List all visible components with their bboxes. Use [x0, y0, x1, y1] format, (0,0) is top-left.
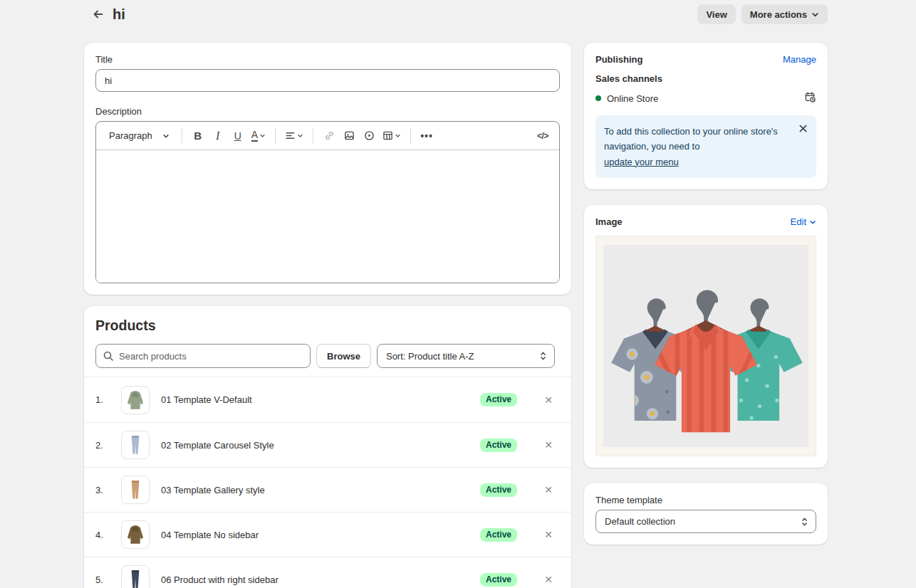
bold-button[interactable]: B: [189, 126, 207, 146]
remove-product-button[interactable]: ✕: [541, 572, 556, 587]
product-row: 2. 02 Template Carousel Style Active ✕: [84, 422, 571, 467]
product-list: 1. 01 Template V-Default Active ✕ 2. 02 …: [84, 377, 571, 588]
more-actions-label: More actions: [750, 9, 807, 20]
toolbar-divider: [313, 128, 313, 144]
select-chevrons-icon: [801, 517, 808, 527]
product-index: 3.: [95, 485, 110, 495]
chevron-down-icon: [395, 132, 401, 139]
sales-channels-heading: Sales channels: [595, 73, 816, 84]
chevron-down-icon: [162, 132, 170, 140]
show-html-button[interactable]: </>: [534, 126, 552, 146]
chevron-down-icon: [811, 11, 819, 19]
product-thumbnail: [121, 386, 150, 414]
select-chevrons-icon: [539, 351, 547, 361]
product-index: 1.: [95, 394, 110, 405]
toolbar-divider: [410, 128, 411, 144]
channel-name: Online Store: [607, 93, 804, 104]
header-actions: View More actions: [697, 4, 828, 24]
text-color-button[interactable]: A: [249, 126, 269, 146]
paragraph-style-dropdown[interactable]: Paragraph: [103, 126, 175, 146]
publishing-heading: Publishing: [595, 54, 642, 65]
banner-close-button[interactable]: [798, 124, 808, 135]
align-left-icon: [285, 130, 296, 141]
product-title: 06 Product with right sidebar: [161, 574, 480, 585]
sort-select-value: Sort: Product title A-Z: [386, 351, 474, 362]
main-content: Title Description Paragraph B I U: [0, 26, 916, 588]
remove-product-button[interactable]: ✕: [541, 393, 556, 407]
page-header: hi View More actions: [0, 0, 916, 26]
search-products-input[interactable]: [95, 344, 311, 368]
close-icon: [798, 124, 808, 133]
toolbar-divider: [182, 128, 182, 144]
link-icon: [324, 130, 335, 141]
description-editor: Paragraph B I U A: [95, 121, 560, 283]
title-input[interactable]: [95, 69, 560, 92]
calendar-clock-icon: [804, 91, 816, 103]
insert-image-button[interactable]: [340, 126, 358, 146]
play-circle-icon: [364, 130, 375, 141]
browse-button[interactable]: Browse: [316, 344, 371, 368]
italic-button[interactable]: I: [209, 126, 227, 146]
edit-image-button[interactable]: Edit: [791, 216, 816, 227]
underline-button[interactable]: U: [229, 126, 247, 146]
text-align-button[interactable]: [282, 126, 306, 146]
insert-link-button[interactable]: [320, 126, 338, 146]
product-title: 01 Template V-Default: [161, 394, 480, 405]
image-heading: Image: [595, 216, 623, 227]
product-title: 04 Template No sidebar: [161, 530, 480, 540]
product-row: 5. 06 Product with right sidebar Active …: [84, 557, 571, 588]
schedule-publish-button[interactable]: [804, 91, 816, 105]
insert-table-button[interactable]: [380, 126, 404, 146]
sort-select[interactable]: Sort: Product title A-Z: [377, 344, 555, 368]
image-card: Image Edit: [584, 205, 828, 468]
theme-template-select[interactable]: Default collection: [595, 510, 816, 533]
collection-image[interactable]: [595, 236, 816, 456]
description-textarea[interactable]: [96, 150, 559, 283]
back-button[interactable]: [88, 4, 108, 24]
product-row: 4. 04 Template No sidebar Active ✕: [84, 512, 571, 557]
products-heading: Products: [95, 317, 560, 334]
chevron-down-icon: [297, 132, 303, 139]
navigation-info-banner: To add this collection to your online st…: [595, 115, 816, 178]
product-index: 4.: [95, 530, 110, 540]
search-products-field: [95, 344, 311, 368]
table-icon: [382, 130, 393, 141]
theme-template-card: Theme template Default collection: [584, 483, 828, 545]
ellipsis-icon: •••: [420, 130, 433, 142]
channel-status-dot: [595, 95, 601, 101]
code-icon: </>: [537, 131, 548, 141]
product-title: 02 Template Carousel Style: [161, 440, 480, 451]
product-thumbnail: [121, 520, 150, 549]
page-title: hi: [113, 6, 125, 23]
view-button-label: View: [706, 9, 727, 20]
products-card: Products Browse Sort: Product title A-Z: [84, 306, 571, 588]
product-index: 5.: [95, 574, 110, 585]
status-badge: Active: [480, 393, 517, 406]
left-column: Title Description Paragraph B I U: [84, 43, 571, 588]
status-badge: Active: [480, 573, 517, 587]
toolbar-divider: [275, 128, 276, 144]
title-label: Title: [95, 54, 560, 65]
arrow-left-icon: [92, 8, 105, 21]
product-thumbnail: [121, 565, 150, 588]
product-row: 1. 01 Template V-Default Active ✕: [84, 377, 571, 422]
update-menu-link[interactable]: update your menu: [604, 157, 679, 167]
title-description-card: Title Description Paragraph B I U: [84, 43, 571, 295]
remove-product-button[interactable]: ✕: [541, 438, 556, 452]
shirts-illustration: [603, 245, 808, 447]
description-label: Description: [95, 106, 560, 117]
view-button[interactable]: View: [697, 4, 735, 24]
product-index: 2.: [95, 440, 110, 451]
banner-text: To add this collection to your online st…: [604, 126, 778, 152]
product-title: 03 Template Gallery style: [161, 485, 480, 495]
image-icon: [344, 130, 355, 141]
insert-video-button[interactable]: [360, 126, 378, 146]
more-actions-button[interactable]: More actions: [741, 4, 828, 24]
status-badge: Active: [480, 439, 517, 452]
theme-template-value: Default collection: [605, 516, 675, 527]
more-formatting-button[interactable]: •••: [417, 126, 436, 146]
editor-toolbar: Paragraph B I U A: [96, 122, 559, 150]
manage-publishing-link[interactable]: Manage: [783, 54, 816, 65]
remove-product-button[interactable]: ✕: [541, 483, 556, 497]
remove-product-button[interactable]: ✕: [541, 527, 556, 542]
